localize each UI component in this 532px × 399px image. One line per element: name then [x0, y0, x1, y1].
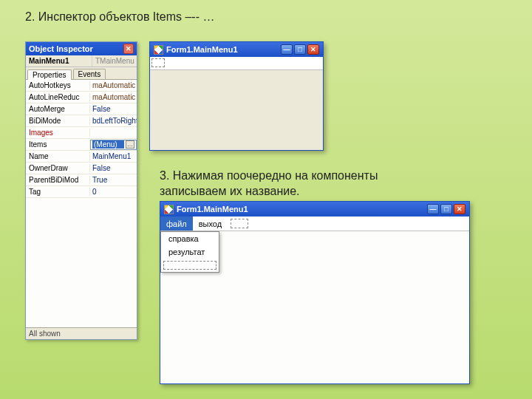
inspector-component-selector[interactable]: MainMenu1 TMainMenu	[26, 55, 137, 67]
dropdown-item[interactable]: результат	[161, 245, 219, 259]
component-type: TMainMenu	[92, 55, 137, 66]
property-row-items[interactable]: Items (Menu) …	[26, 139, 137, 151]
property-row[interactable]: Tag0	[26, 186, 137, 198]
tab-events[interactable]: Events	[73, 69, 106, 79]
menubar: файл выход	[160, 216, 469, 231]
property-row[interactable]: ParentBiDiModTrue	[26, 174, 137, 186]
prop-name: AutoMerge	[26, 105, 90, 113]
tab-properties[interactable]: Properties	[27, 69, 72, 80]
prop-value[interactable]: False	[90, 164, 137, 172]
property-row[interactable]: BiDiModebdLeftToRight	[26, 115, 137, 127]
window-title: Form1.MainMenu1	[166, 45, 278, 54]
app-icon	[164, 205, 174, 214]
client-area: файл выход справка результат	[160, 216, 469, 383]
new-menu-item-placeholder[interactable]	[231, 219, 248, 228]
client-area	[150, 70, 323, 150]
inspector-titlebar[interactable]: Object Inspector ✕	[26, 42, 137, 55]
prop-value[interactable]: bdLeftToRight	[90, 117, 137, 125]
inspector-status: All shown	[26, 327, 137, 339]
inspector-title: Object Inspector	[29, 44, 93, 53]
property-row[interactable]: NameMainMenu1	[26, 151, 137, 163]
prop-name: BiDiMode	[26, 117, 90, 125]
menu-designer-big: Form1.MainMenu1 — □ ✕ файл выход справка…	[160, 201, 470, 384]
property-row[interactable]: AutoMergeFalse	[26, 103, 137, 115]
menu-item-file[interactable]: файл	[160, 216, 193, 231]
property-row[interactable]: OwnerDrawFalse	[26, 163, 137, 174]
close-icon[interactable]: ✕	[454, 204, 466, 214]
prop-value[interactable]: maAutomatic	[90, 93, 137, 101]
property-grid: AutoHotkeysmaAutomaticAutoLineReducmaAut…	[26, 80, 137, 327]
prop-value[interactable]: maAutomatic	[90, 81, 137, 89]
prop-name: Images	[26, 129, 90, 137]
maximize-icon[interactable]: □	[294, 44, 306, 55]
prop-name: ParentBiDiMod	[26, 176, 90, 184]
window-title: Form1.MainMenu1	[177, 205, 424, 214]
prop-value-editor[interactable]: (Menu) …	[90, 140, 137, 150]
menu-item-exit[interactable]: выход	[193, 216, 228, 231]
step-2-text: 2. Инспектор объектов Items –-- …	[25, 10, 214, 24]
property-row[interactable]: Images	[26, 127, 137, 139]
minimize-icon[interactable]: —	[427, 204, 439, 214]
ellipsis-button[interactable]: …	[126, 140, 134, 149]
dropdown-item[interactable]: справка	[161, 232, 219, 245]
prop-name: Tag	[26, 188, 90, 196]
titlebar[interactable]: Form1.MainMenu1 — □ ✕	[150, 42, 323, 57]
maximize-icon[interactable]: □	[440, 204, 452, 214]
prop-value[interactable]: False	[90, 105, 137, 113]
menu-strip[interactable]	[150, 57, 323, 70]
property-row[interactable]: AutoHotkeysmaAutomatic	[26, 80, 137, 92]
prop-name: Items	[26, 140, 90, 149]
prop-name: AutoLineReduc	[26, 93, 90, 101]
menu-designer-small: Form1.MainMenu1 — □ ✕	[149, 41, 324, 151]
object-inspector-window: Object Inspector ✕ MainMenu1 TMainMenu P…	[25, 41, 137, 340]
close-icon[interactable]: ✕	[123, 44, 134, 54]
close-icon[interactable]: ✕	[307, 44, 319, 55]
prop-name: AutoHotkeys	[26, 81, 90, 89]
property-row[interactable]: AutoLineReducmaAutomatic	[26, 92, 137, 103]
new-menu-item-placeholder[interactable]	[151, 58, 165, 67]
component-name: MainMenu1	[26, 55, 92, 66]
dropdown-menu: справка результат	[160, 231, 219, 273]
prop-name: OwnerDraw	[26, 164, 90, 172]
prop-name: Name	[26, 152, 90, 160]
prop-value[interactable]: True	[90, 176, 137, 184]
minimize-icon[interactable]: —	[281, 44, 293, 55]
prop-value[interactable]: MainMenu1	[90, 152, 137, 160]
new-dropdown-item-placeholder[interactable]	[163, 261, 216, 270]
step-3-text: 3. Нажимая поочередно на компоненты запи…	[160, 168, 418, 200]
inspector-tabs: Properties Events	[26, 67, 137, 80]
titlebar[interactable]: Form1.MainMenu1 — □ ✕	[160, 202, 469, 216]
prop-value[interactable]: 0	[90, 188, 137, 196]
app-icon	[154, 45, 163, 55]
